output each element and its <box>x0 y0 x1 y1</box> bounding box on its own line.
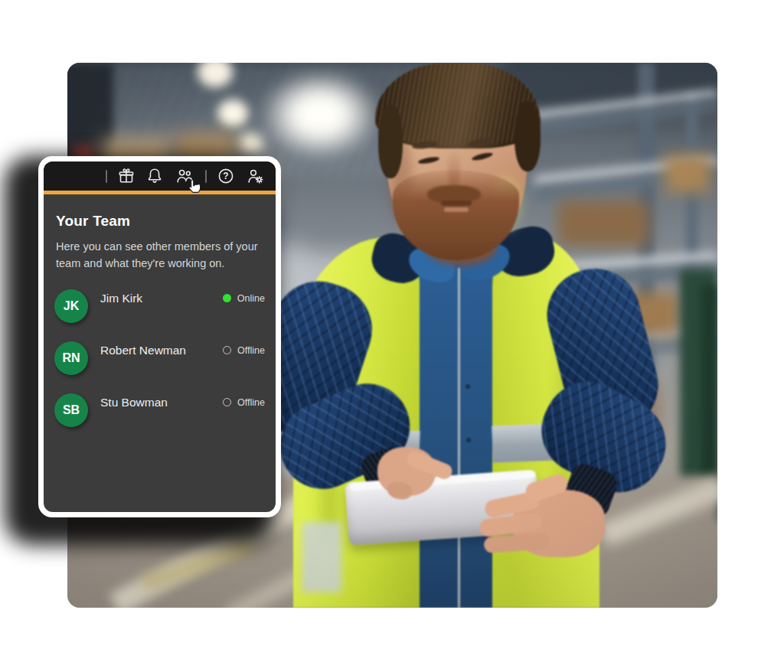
rack-shelf <box>534 168 717 201</box>
lower-lip-highlight <box>444 207 469 212</box>
toolbar-divider <box>205 170 207 183</box>
face <box>387 103 527 257</box>
denim-shirt <box>400 258 511 608</box>
member-name: Stu Bowman <box>100 393 223 409</box>
help-icon[interactable]: ? <box>217 167 235 185</box>
jacket-sleeve-left-arm <box>537 259 668 441</box>
jacket-collar-right <box>490 223 558 282</box>
hair <box>375 63 541 148</box>
vest-fold-shadow <box>320 315 338 545</box>
floor-stripe <box>599 476 717 546</box>
member-status: Offline <box>223 341 265 356</box>
gift-icon[interactable] <box>117 167 136 185</box>
hair-temple-right <box>514 101 541 171</box>
panel-toolbar: ? <box>44 161 276 191</box>
hair-texture <box>375 63 541 145</box>
face-side-shadow <box>389 133 412 223</box>
status-label: Online <box>237 293 265 304</box>
pointing-index-finger <box>405 449 455 481</box>
status-label: Offline <box>237 397 265 408</box>
shirt-collar-left <box>405 243 459 287</box>
cardboard-boxes <box>665 155 710 193</box>
hi-vis-vest-right <box>492 233 599 608</box>
avatar: RN <box>54 341 88 375</box>
nose-shadow <box>448 151 460 188</box>
cuff-right-arm <box>358 444 416 504</box>
jacket-forearm-left-arm <box>526 366 681 507</box>
member-name: Robert Newman <box>100 341 223 357</box>
tablet-device <box>345 469 540 545</box>
holding-hand-finger <box>483 491 541 519</box>
status-label: Offline <box>237 345 265 356</box>
jacket-collar-left <box>368 229 431 288</box>
holding-hand-thumb <box>524 472 570 504</box>
ceiling-light <box>237 133 263 156</box>
member-status: Offline <box>223 393 265 408</box>
hi-vis-vest-left <box>293 237 420 608</box>
right-rafter <box>496 63 717 105</box>
team-member-row[interactable]: RN Robert Newman Offline <box>54 341 265 375</box>
user-settings-icon[interactable] <box>245 167 266 185</box>
forehead-highlight <box>426 107 490 139</box>
closed-eye-right <box>472 152 494 162</box>
skylight <box>263 72 377 158</box>
holding-hand-palm <box>513 490 605 557</box>
member-name: Jim Kirk <box>100 289 223 305</box>
jacket-forearm-right-arm <box>266 370 423 502</box>
mouth <box>441 201 472 206</box>
eyebrow-left <box>412 140 439 151</box>
pointing-hand <box>377 447 436 496</box>
floor-stripe <box>224 515 408 608</box>
shirt-button <box>466 384 470 389</box>
vest-lower-reflective-patch <box>302 522 341 592</box>
team-icon[interactable] <box>174 167 195 185</box>
avatar: SB <box>54 393 88 427</box>
bell-icon[interactable] <box>145 167 164 185</box>
shirt-button <box>466 438 471 442</box>
cursor-pointer-icon <box>187 178 203 194</box>
rack-shelf <box>542 252 717 275</box>
vest-reflection-on-jaw <box>490 176 522 231</box>
help-glyph: ? <box>223 171 228 181</box>
closed-eye-left <box>418 156 440 165</box>
shirt-collar-right <box>456 239 514 285</box>
shirt-button <box>467 491 472 496</box>
rack-shelf <box>542 263 717 290</box>
panel-description: Here you can see other members of your t… <box>56 239 263 272</box>
rack-post <box>686 93 698 392</box>
cardboard-boxes <box>557 384 657 445</box>
mustache <box>427 185 481 204</box>
rack-shelf <box>534 156 717 186</box>
cuff-left-arm <box>560 460 620 520</box>
rack-shelf <box>550 326 717 344</box>
team-member-row[interactable]: SB Stu Bowman Offline <box>54 393 265 427</box>
beard <box>393 170 519 260</box>
reflective-stripe-left <box>292 426 420 465</box>
eyebrow-right <box>467 136 494 148</box>
ceiling-rafters <box>67 63 717 139</box>
cardboard-boxes <box>603 292 680 334</box>
team-panel: ? <box>38 156 281 517</box>
reflective-stripe-right <box>492 422 600 463</box>
team-panel-inner: ? <box>44 161 276 512</box>
rack-post <box>638 63 655 392</box>
tablet-top-edge <box>349 471 536 491</box>
hair-temple-left <box>378 105 403 178</box>
pointing-hand-thumb <box>386 480 413 501</box>
holding-hand-finger <box>483 533 550 553</box>
rack-shelf <box>527 90 717 122</box>
center-aisle-glow <box>282 254 381 507</box>
cardboard-boxes <box>557 201 649 246</box>
jacket-zipper <box>458 268 460 608</box>
rack-shelf <box>550 336 717 357</box>
online-status-dot <box>223 294 231 302</box>
neck-shadow <box>427 233 496 265</box>
forklift-mast <box>680 269 717 522</box>
ceiling-light <box>217 99 248 127</box>
page-title: Your Team <box>56 213 265 230</box>
screenshot-stage: ? <box>0 0 784 672</box>
vest-fold-shadow <box>557 308 573 545</box>
panel-body: Your Team Here you can see other members… <box>44 194 276 427</box>
team-member-row[interactable]: JK Jim Kirk Online <box>54 289 265 323</box>
avatar: JK <box>54 289 88 323</box>
